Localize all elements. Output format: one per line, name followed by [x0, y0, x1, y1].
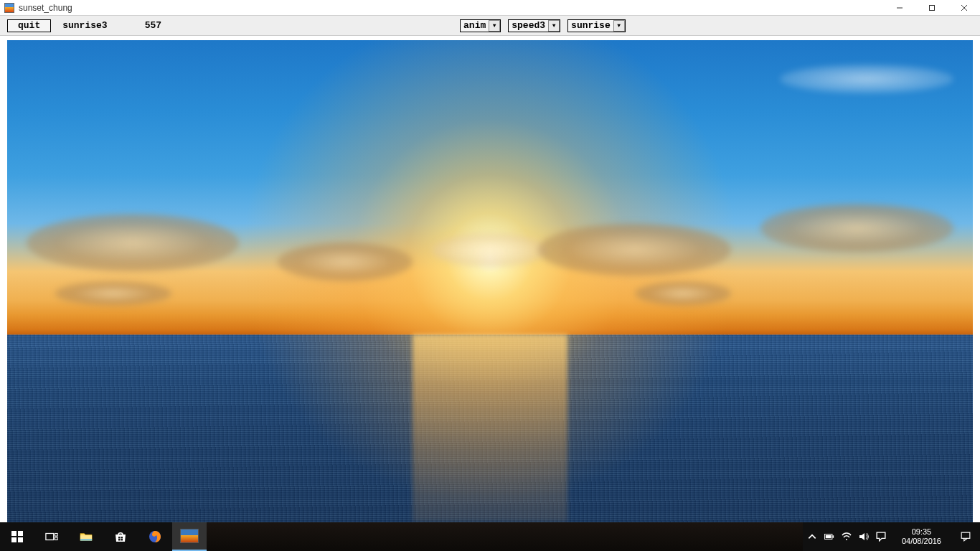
svg-rect-13	[118, 537, 121, 539]
window-titlebar: sunset_chung	[0, 0, 980, 16]
render-canvas	[7, 40, 973, 522]
firefox-icon	[149, 530, 161, 543]
system-tray[interactable]	[803, 532, 890, 542]
svg-rect-12	[80, 540, 92, 541]
clock-date: 04/08/2016	[902, 537, 941, 546]
svg-rect-4	[11, 531, 17, 536]
svg-rect-21	[961, 532, 970, 538]
taskbar-spacer	[207, 522, 803, 551]
store-button[interactable]	[103, 522, 138, 551]
cloud	[55, 281, 171, 306]
chevron-down-icon: ▼	[489, 20, 500, 32]
folder-icon	[80, 530, 93, 543]
taskbar: 09:35 04/08/2016	[0, 522, 980, 551]
svg-rect-6	[11, 537, 17, 542]
quit-button[interactable]: quit	[7, 19, 51, 32]
toolbar: quit sunrise3 557 anim ▼ speed3 ▼ sunris…	[0, 16, 980, 36]
taskbar-right: 09:35 04/08/2016	[803, 522, 980, 551]
preset-dropdown[interactable]: sunrise ▼	[567, 19, 626, 32]
tray-chevron-up-icon[interactable]	[807, 532, 817, 542]
minimize-button[interactable]	[883, 0, 915, 15]
cloud	[538, 223, 731, 276]
speed-dropdown[interactable]: speed3 ▼	[508, 19, 560, 32]
svg-rect-15	[118, 539, 121, 541]
svg-rect-5	[18, 531, 23, 536]
notification-icon	[961, 532, 971, 542]
svg-rect-14	[121, 537, 123, 539]
close-button[interactable]	[948, 0, 980, 15]
window-controls	[883, 0, 980, 15]
svg-rect-19	[832, 535, 834, 538]
task-view-button[interactable]	[34, 522, 69, 551]
firefox-button[interactable]	[138, 522, 172, 551]
store-icon	[114, 530, 127, 543]
app-icon	[4, 3, 14, 13]
task-view-icon	[45, 530, 58, 543]
svg-rect-8	[46, 534, 54, 540]
cloud	[780, 65, 953, 93]
window-title: sunset_chung	[19, 3, 72, 13]
frame-counter: 557	[141, 20, 166, 31]
preset-dropdown-label: sunrise	[571, 20, 611, 31]
anim-dropdown[interactable]: anim ▼	[460, 19, 501, 32]
svg-rect-16	[121, 539, 123, 541]
cloud	[27, 214, 239, 272]
show-desktop-button[interactable]	[953, 522, 979, 551]
svg-rect-9	[55, 534, 58, 537]
svg-rect-1	[929, 5, 934, 10]
svg-rect-10	[55, 537, 58, 540]
maximize-button[interactable]	[915, 0, 948, 15]
chevron-down-icon: ▼	[548, 20, 560, 32]
clock-time: 09:35	[902, 527, 941, 537]
start-button[interactable]	[0, 522, 34, 551]
taskbar-left	[0, 522, 207, 551]
volume-icon[interactable]	[859, 532, 869, 542]
battery-icon[interactable]	[824, 532, 834, 542]
sunset-image	[7, 40, 973, 522]
cloud	[432, 233, 548, 267]
windows-icon	[11, 530, 24, 543]
chevron-down-icon: ▼	[613, 20, 625, 32]
file-explorer-button[interactable]	[69, 522, 103, 551]
sunset-chung-app-button[interactable]	[172, 522, 207, 551]
svg-rect-20	[826, 535, 831, 538]
taskbar-clock[interactable]: 09:35 04/08/2016	[896, 527, 947, 546]
titlebar-left: sunset_chung	[4, 3, 72, 13]
wifi-icon[interactable]	[842, 532, 852, 542]
cloud	[278, 242, 413, 281]
mode-label: sunrise3	[58, 20, 111, 31]
speed-dropdown-label: speed3	[512, 20, 545, 31]
cloud	[760, 204, 953, 252]
action-center-icon[interactable]	[876, 532, 886, 542]
anim-dropdown-label: anim	[463, 20, 486, 31]
svg-rect-7	[18, 537, 23, 542]
cloud	[635, 281, 732, 306]
sunset-app-icon	[180, 529, 199, 543]
sun-reflection	[413, 334, 567, 522]
